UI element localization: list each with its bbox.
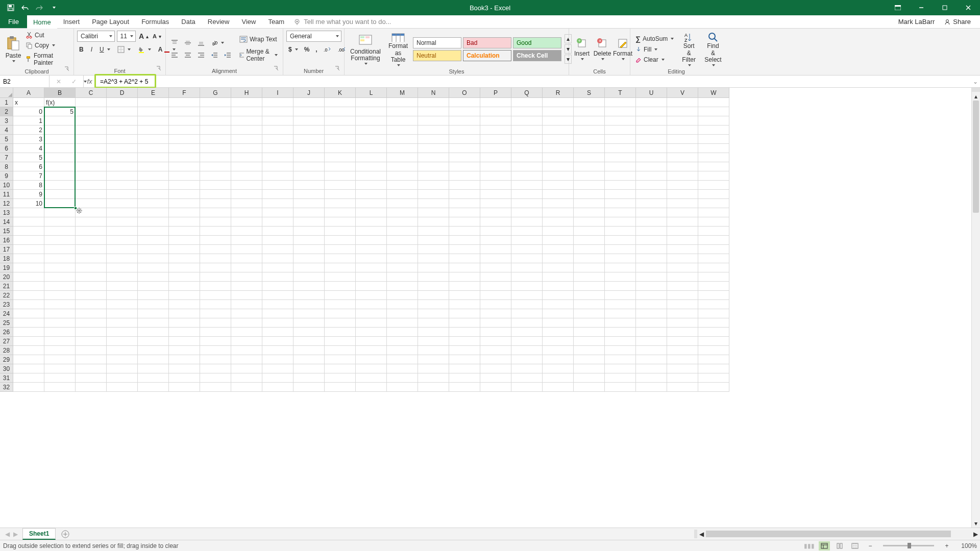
- cell-D11[interactable]: [107, 190, 138, 199]
- cell-K7[interactable]: [325, 153, 356, 162]
- cell-V2[interactable]: [667, 107, 698, 116]
- cell-T25[interactable]: [605, 318, 636, 328]
- cell-D18[interactable]: [107, 254, 138, 263]
- cell-B32[interactable]: [44, 383, 76, 392]
- copy-button[interactable]: Copy: [23, 41, 70, 50]
- cell-V5[interactable]: [667, 135, 698, 144]
- cell-U29[interactable]: [636, 355, 667, 364]
- cell-H24[interactable]: [231, 309, 262, 318]
- cell-S25[interactable]: [574, 318, 605, 328]
- cell-K27[interactable]: [325, 337, 356, 346]
- cell-O5[interactable]: [449, 135, 480, 144]
- cell-J3[interactable]: [293, 116, 325, 126]
- cell-N27[interactable]: [418, 337, 449, 346]
- cell-V13[interactable]: [667, 208, 698, 217]
- cell-J18[interactable]: [293, 254, 325, 263]
- cell-D8[interactable]: [107, 162, 138, 171]
- cell-S28[interactable]: [574, 346, 605, 355]
- row-header-18[interactable]: 18: [0, 254, 13, 263]
- cell-E1[interactable]: [138, 98, 169, 107]
- cell-I23[interactable]: [262, 300, 293, 309]
- cell-C21[interactable]: [76, 282, 107, 291]
- cell-R6[interactable]: [543, 144, 574, 153]
- cell-H30[interactable]: [231, 364, 262, 373]
- cell-N20[interactable]: [418, 272, 449, 282]
- cell-O18[interactable]: [449, 254, 480, 263]
- cell-J32[interactable]: [293, 383, 325, 392]
- redo-icon[interactable]: [35, 3, 44, 12]
- cell-A20[interactable]: [13, 272, 44, 282]
- cell-K21[interactable]: [325, 282, 356, 291]
- cell-Q10[interactable]: [511, 181, 543, 190]
- cell-P14[interactable]: [480, 217, 511, 227]
- cell-M21[interactable]: [387, 282, 418, 291]
- cell-T30[interactable]: [605, 364, 636, 373]
- cell-W19[interactable]: [698, 263, 729, 272]
- row-header-25[interactable]: 25: [0, 318, 13, 328]
- row-header-31[interactable]: 31: [0, 373, 13, 383]
- cell-D13[interactable]: [107, 208, 138, 217]
- cell-W22[interactable]: [698, 291, 729, 300]
- underline-button[interactable]: U: [97, 45, 112, 54]
- cell-C16[interactable]: [76, 236, 107, 245]
- cell-G14[interactable]: [200, 217, 231, 227]
- cell-M27[interactable]: [387, 337, 418, 346]
- cell-A21[interactable]: [13, 282, 44, 291]
- cell-N18[interactable]: [418, 254, 449, 263]
- cell-R8[interactable]: [543, 162, 574, 171]
- cell-H19[interactable]: [231, 263, 262, 272]
- cell-U1[interactable]: [636, 98, 667, 107]
- view-page-break-icon[interactable]: [849, 541, 861, 550]
- cell-E5[interactable]: [138, 135, 169, 144]
- cell-E29[interactable]: [138, 355, 169, 364]
- cell-P13[interactable]: [480, 208, 511, 217]
- cell-E3[interactable]: [138, 116, 169, 126]
- cell-U31[interactable]: [636, 373, 667, 383]
- cell-R4[interactable]: [543, 126, 574, 135]
- cell-R2[interactable]: [543, 107, 574, 116]
- row-header-4[interactable]: 4: [0, 126, 13, 135]
- cell-J27[interactable]: [293, 337, 325, 346]
- cell-H13[interactable]: [231, 208, 262, 217]
- cell-F28[interactable]: [169, 346, 200, 355]
- cell-H23[interactable]: [231, 300, 262, 309]
- cell-L31[interactable]: [356, 373, 387, 383]
- cell-W26[interactable]: [698, 328, 729, 337]
- scroll-up-button[interactable]: ▴: [972, 92, 980, 101]
- cell-J24[interactable]: [293, 309, 325, 318]
- column-header-E[interactable]: E: [138, 88, 169, 98]
- cell-M28[interactable]: [387, 346, 418, 355]
- cell-I13[interactable]: [262, 208, 293, 217]
- tab-data[interactable]: Data: [175, 15, 201, 28]
- select-all-button[interactable]: [0, 88, 13, 98]
- cell-A31[interactable]: [13, 373, 44, 383]
- cell-F21[interactable]: [169, 282, 200, 291]
- cell-R28[interactable]: [543, 346, 574, 355]
- cell-U19[interactable]: [636, 263, 667, 272]
- cell-P15[interactable]: [480, 227, 511, 236]
- cell-F5[interactable]: [169, 135, 200, 144]
- cell-F22[interactable]: [169, 291, 200, 300]
- cell-O31[interactable]: [449, 373, 480, 383]
- cell-C1[interactable]: [76, 98, 107, 107]
- cell-M20[interactable]: [387, 272, 418, 282]
- cell-E8[interactable]: [138, 162, 169, 171]
- cell-G32[interactable]: [200, 383, 231, 392]
- cell-U10[interactable]: [636, 181, 667, 190]
- cell-I4[interactable]: [262, 126, 293, 135]
- cell-A19[interactable]: [13, 263, 44, 272]
- cell-O1[interactable]: [449, 98, 480, 107]
- cell-I1[interactable]: [262, 98, 293, 107]
- cell-R22[interactable]: [543, 291, 574, 300]
- cell-S10[interactable]: [574, 181, 605, 190]
- cell-W1[interactable]: [698, 98, 729, 107]
- cell-Q13[interactable]: [511, 208, 543, 217]
- cell-A29[interactable]: [13, 355, 44, 364]
- cell-F16[interactable]: [169, 236, 200, 245]
- cell-M1[interactable]: [387, 98, 418, 107]
- cell-L6[interactable]: [356, 144, 387, 153]
- cell-B8[interactable]: [44, 162, 76, 171]
- cell-E18[interactable]: [138, 254, 169, 263]
- cell-W4[interactable]: [698, 126, 729, 135]
- cell-S9[interactable]: [574, 171, 605, 181]
